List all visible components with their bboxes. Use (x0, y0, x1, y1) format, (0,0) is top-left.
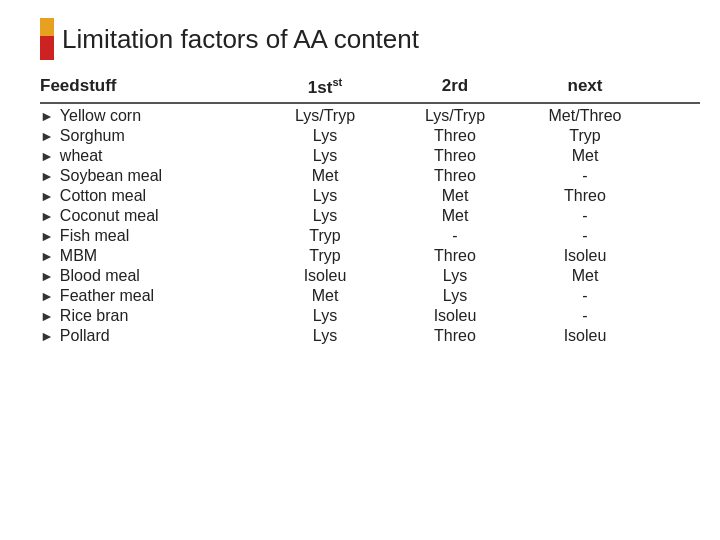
title-decoration (40, 18, 54, 60)
second-cell: Threo (390, 167, 520, 185)
content-area: Feedstuff 1stst 2rd next ► Yellow corn L… (40, 76, 700, 346)
table-row: ► Yellow corn Lys/Tryp Lys/Tryp Met/Thre… (40, 106, 700, 126)
table-row: ► Sorghum Lys Threo Tryp (40, 126, 700, 146)
feedstuff-name: Blood meal (60, 267, 140, 285)
feedstuff-name: Coconut meal (60, 207, 159, 225)
bullet: ► (40, 248, 54, 264)
first-cell: Met (260, 287, 390, 305)
table-row: ► Rice bran Lys Isoleu - (40, 306, 700, 326)
feedstuff-name: wheat (60, 147, 103, 165)
table-row: ► Blood meal Isoleu Lys Met (40, 266, 700, 286)
next-cell: - (520, 227, 650, 245)
bullet: ► (40, 308, 54, 324)
feedstuff-cell: ► Feather meal (40, 287, 260, 305)
bullet: ► (40, 128, 54, 144)
bullet: ► (40, 208, 54, 224)
feedstuff-cell: ► Fish meal (40, 227, 260, 245)
table-row: ► Cotton meal Lys Met Threo (40, 186, 700, 206)
next-cell: - (520, 167, 650, 185)
feedstuff-name: MBM (60, 247, 97, 265)
table-row: ► Soybean meal Met Threo - (40, 166, 700, 186)
col-first: 1stst (260, 76, 390, 98)
next-cell: - (520, 307, 650, 325)
next-cell: Met/Threo (520, 107, 650, 125)
second-cell: Isoleu (390, 307, 520, 325)
feedstuff-name: Cotton meal (60, 187, 146, 205)
col-feedstuff: Feedstuff (40, 76, 260, 98)
second-cell: Threo (390, 147, 520, 165)
table-row: ► Fish meal Tryp - - (40, 226, 700, 246)
feedstuff-cell: ► MBM (40, 247, 260, 265)
next-cell: Met (520, 147, 650, 165)
feedstuff-cell: ► Soybean meal (40, 167, 260, 185)
first-cell: Lys/Tryp (260, 107, 390, 125)
next-cell: Isoleu (520, 327, 650, 345)
feedstuff-name: Sorghum (60, 127, 125, 145)
feedstuff-cell: ► Cotton meal (40, 187, 260, 205)
bullet: ► (40, 168, 54, 184)
next-cell: - (520, 287, 650, 305)
first-cell: Isoleu (260, 267, 390, 285)
feedstuff-cell: ► wheat (40, 147, 260, 165)
next-cell: Met (520, 267, 650, 285)
feedstuff-name: Soybean meal (60, 167, 162, 185)
first-cell: Lys (260, 327, 390, 345)
table-row: ► MBM Tryp Threo Isoleu (40, 246, 700, 266)
bullet: ► (40, 228, 54, 244)
bullet: ► (40, 108, 54, 124)
bullet: ► (40, 328, 54, 344)
feedstuff-cell: ► Coconut meal (40, 207, 260, 225)
second-cell: Threo (390, 127, 520, 145)
first-cell: Met (260, 167, 390, 185)
first-cell: Lys (260, 127, 390, 145)
second-cell: Lys (390, 287, 520, 305)
deco-top (40, 18, 54, 36)
feedstuff-cell: ► Blood meal (40, 267, 260, 285)
first-cell: Lys (260, 307, 390, 325)
feedstuff-name: Feather meal (60, 287, 154, 305)
first-cell: Tryp (260, 227, 390, 245)
deco-bottom (40, 36, 54, 60)
feedstuff-cell: ► Pollard (40, 327, 260, 345)
table-row: ► Pollard Lys Threo Isoleu (40, 326, 700, 346)
title-section: Limitation factors of AA content (40, 18, 720, 60)
feedstuff-cell: ► Sorghum (40, 127, 260, 145)
table-header: Feedstuff 1stst 2rd next (40, 76, 700, 104)
table-row: ► Coconut meal Lys Met - (40, 206, 700, 226)
second-cell: Threo (390, 247, 520, 265)
feedstuff-name: Pollard (60, 327, 110, 345)
next-cell: - (520, 207, 650, 225)
feedstuff-name: Fish meal (60, 227, 129, 245)
second-cell: Lys (390, 267, 520, 285)
second-cell: - (390, 227, 520, 245)
feedstuff-name: Rice bran (60, 307, 128, 325)
second-cell: Met (390, 187, 520, 205)
bullet: ► (40, 148, 54, 164)
second-cell: Met (390, 207, 520, 225)
next-cell: Threo (520, 187, 650, 205)
second-cell: Threo (390, 327, 520, 345)
feedstuff-cell: ► Rice bran (40, 307, 260, 325)
first-cell: Lys (260, 207, 390, 225)
bullet: ► (40, 188, 54, 204)
col-second: 2rd (390, 76, 520, 98)
first-cell: Tryp (260, 247, 390, 265)
feedstuff-cell: ► Yellow corn (40, 107, 260, 125)
table-row: ► wheat Lys Threo Met (40, 146, 700, 166)
first-cell: Lys (260, 147, 390, 165)
next-cell: Isoleu (520, 247, 650, 265)
page-title: Limitation factors of AA content (62, 24, 419, 55)
bullet: ► (40, 288, 54, 304)
bullet: ► (40, 268, 54, 284)
first-cell: Lys (260, 187, 390, 205)
second-cell: Lys/Tryp (390, 107, 520, 125)
feedstuff-name: Yellow corn (60, 107, 141, 125)
col-next: next (520, 76, 650, 98)
next-cell: Tryp (520, 127, 650, 145)
table-row: ► Feather meal Met Lys - (40, 286, 700, 306)
table-body: ► Yellow corn Lys/Tryp Lys/Tryp Met/Thre… (40, 106, 700, 346)
